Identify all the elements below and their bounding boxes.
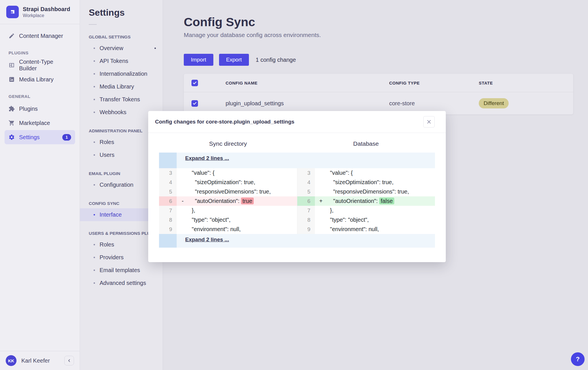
expand-row-top: Expand 2 lines ... — [159, 153, 435, 168]
subnav-item-label: Interface — [100, 211, 122, 218]
user-name: Karl Keefer — [21, 357, 50, 364]
added-marker: + — [315, 198, 327, 204]
bullet-icon — [94, 282, 95, 284]
expand-lines-link[interactable]: Expand 2 lines ... — [185, 237, 229, 242]
image-icon — [9, 76, 15, 83]
chevron-left-icon — [67, 358, 71, 363]
code-line: "value": { — [189, 170, 214, 176]
notification-dot-icon — [154, 48, 156, 49]
sidebar-section-plugins: PLUGINS — [5, 50, 75, 55]
avatar: KK — [6, 355, 16, 366]
code-line: "type": "object", — [189, 217, 230, 223]
diff-row: 3 "value": { 3 "value": { — [159, 168, 435, 178]
state-cell: Different — [479, 98, 573, 108]
config-name-cell[interactable]: plugin_upload_settings — [226, 100, 389, 107]
code-line: "autoOrientation": true — [189, 198, 254, 204]
line-number: 8 — [297, 215, 315, 225]
sidebar-item-settings[interactable]: Settings 1 — [5, 130, 75, 144]
diff-viewer: Sync directory Database Expand 2 lines .… — [148, 140, 446, 248]
line-number: 7 — [297, 206, 315, 215]
sidebar-item-marketplace[interactable]: Marketplace — [5, 116, 75, 130]
diff-row: 4 "sizeOptimization": true, 4 "sizeOptim… — [159, 178, 435, 187]
bullet-icon — [94, 270, 95, 271]
subnav-item-label: Email templates — [100, 267, 140, 274]
subnav-item-label: Roles — [100, 139, 114, 145]
line-number: 9 — [297, 225, 315, 234]
expand-lines-link[interactable]: Expand 2 lines ... — [185, 155, 229, 161]
right-pane-title: Database — [297, 140, 435, 147]
import-button[interactable]: Import — [184, 54, 213, 66]
check-icon — [193, 81, 197, 85]
column-header-config-name: CONFIG NAME — [226, 81, 389, 85]
diff-row: 7 }, 7 }, — [159, 206, 435, 215]
line-number: 4 — [297, 178, 315, 187]
subnav-item-overview[interactable]: Overview — [80, 42, 163, 55]
sidebar-item-plugins[interactable]: Plugins — [5, 102, 75, 116]
bullet-icon — [94, 184, 95, 186]
actions-bar: Import Export 1 config change — [184, 54, 573, 66]
column-header-state: STATE — [479, 81, 573, 85]
subnav-section-label: GLOBAL SETTINGS — [80, 34, 163, 40]
bullet-icon — [94, 214, 95, 215]
subnav-item-label: Configuration — [100, 182, 133, 188]
page-subtitle: Manage your database config across envir… — [184, 32, 573, 38]
removed-marker: - — [177, 198, 189, 204]
subnav-item-label: Media Library — [100, 83, 134, 90]
page-title: Config Sync — [184, 15, 573, 29]
expand-gutter — [159, 234, 177, 248]
subnav-item-transfer-tokens[interactable]: Transfer Tokens — [80, 93, 163, 106]
subnav-item-label: Transfer Tokens — [100, 96, 140, 103]
bullet-icon — [94, 154, 95, 156]
code-line: "autoOrientation": false — [327, 198, 394, 204]
line-number: 3 — [159, 168, 177, 178]
help-button[interactable]: ? — [571, 352, 585, 366]
line-number: 6 — [159, 196, 177, 206]
sidebar-item-label: Marketplace — [19, 120, 50, 126]
expand-gutter — [159, 153, 177, 168]
sidebar-item-label: Settings — [19, 134, 40, 141]
subnav-item-internationalization[interactable]: Internationalization — [80, 67, 163, 80]
line-number: 5 — [297, 187, 315, 196]
diff-pane-titles: Sync directory Database — [159, 140, 435, 147]
diff-row: 5 "responsiveDimensions": true, 5 "respo… — [159, 187, 435, 196]
line-number: 3 — [297, 168, 315, 178]
collapse-sidebar-button[interactable] — [64, 356, 74, 365]
bullet-icon — [94, 112, 95, 113]
diff-table: Expand 2 lines ... 3 "value": { 3 "value… — [159, 153, 435, 248]
row-checkbox[interactable] — [191, 100, 198, 107]
sidebar-section-general: GENERAL — [5, 94, 75, 99]
subnav-item-label: Roles — [100, 241, 114, 248]
bullet-icon — [94, 73, 95, 75]
bullet-icon — [94, 48, 95, 49]
user-footer: KK Karl Keefer — [0, 351, 80, 370]
subnav-item-advanced-settings[interactable]: Advanced settings — [80, 277, 163, 289]
code-line: "sizeOptimization": true, — [327, 179, 393, 186]
pen-icon — [9, 33, 15, 39]
subnav-item-media-library[interactable]: Media Library — [80, 80, 163, 93]
subnav-item-label: Advanced settings — [100, 280, 146, 286]
sidebar-item-content-type-builder[interactable]: Content-Type Builder — [5, 58, 75, 72]
config-diff-modal: Config changes for core-store.plugin_upl… — [148, 111, 446, 262]
code-line: "value": { — [327, 170, 353, 176]
export-button[interactable]: Export — [219, 54, 249, 66]
diff-row-changed: 6 - "autoOrientation": true 6 + "autoOri… — [159, 196, 435, 206]
subnav-section-global-settings: GLOBAL SETTINGS Overview API Tokens Inte… — [80, 34, 163, 119]
sidebar-item-media-library[interactable]: Media Library — [5, 72, 75, 87]
added-line: 6 + "autoOrientation": false — [297, 196, 435, 206]
subnav-item-label: Internationalization — [100, 71, 147, 77]
subnav-item-email-templates[interactable]: Email templates — [80, 264, 163, 277]
code-line: "sizeOptimization": true, — [189, 179, 255, 186]
column-header-config-type: CONFIG TYPE — [389, 81, 479, 85]
close-button[interactable] — [423, 116, 435, 128]
subnav-item-label: Providers — [100, 254, 123, 261]
left-pane-title: Sync directory — [159, 140, 297, 147]
expand-row-bottom: Expand 2 lines ... — [159, 234, 435, 248]
line-number: 6 — [297, 196, 315, 206]
bullet-icon — [94, 257, 95, 258]
subnav-title: Settings — [80, 7, 163, 18]
sidebar-item-content-manager[interactable]: Content Manager — [5, 29, 75, 43]
brand: Strapi Dashboard Workplace — [0, 0, 80, 24]
subnav-item-api-tokens[interactable]: API Tokens — [80, 55, 163, 67]
sidebar-nav: Content Manager PLUGINS Content-Type Bui… — [0, 24, 80, 144]
select-all-checkbox[interactable] — [191, 80, 198, 86]
